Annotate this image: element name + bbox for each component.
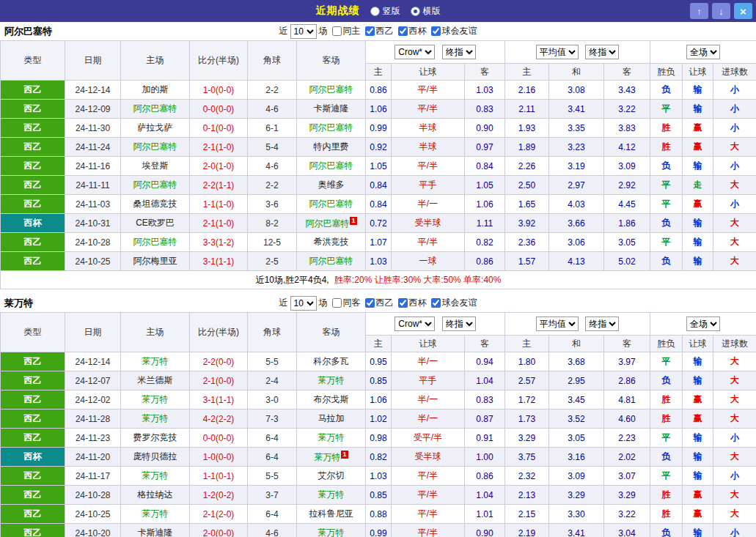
filter-checkbox-league[interactable]: 西乙 (365, 297, 394, 309)
avg-home-cell: 2.32 (505, 467, 549, 486)
same-venue-checkbox[interactable] (332, 298, 342, 308)
handicap-cell: 一球 (392, 252, 465, 271)
avg-home-cell: 1.89 (505, 138, 549, 157)
cup-checkbox[interactable] (398, 298, 408, 308)
score-cell: 2-1(1-0) (190, 214, 248, 233)
home-team-cell: 莱万特 (121, 390, 190, 410)
odds-away-cell: 1.04 (465, 371, 505, 390)
match-row: 西乙24-10-28阿尔巴塞特3-3(1-2)12-5希洪竞技1.07平/半0.… (1, 233, 756, 252)
handicap-cell: 半/一 (392, 390, 465, 410)
result-cell: 平 (650, 176, 683, 195)
league-checkbox[interactable] (365, 26, 375, 36)
corner-cell: 5-4 (248, 138, 297, 157)
avg-away-cell: 3.97 (604, 352, 650, 371)
avg-home-cell: 1.80 (505, 352, 549, 371)
unit-label: 场 (319, 25, 328, 37)
odds-home-cell: 0.82 (366, 448, 392, 467)
handicap-result-cell: 输 (683, 371, 713, 390)
filter-checkbox-cup[interactable]: 西杯 (398, 297, 427, 309)
avg-source-select[interactable]: 平均值 (536, 45, 579, 59)
odds-source-select[interactable]: Crow* (394, 316, 435, 331)
filter-checkbox-cup[interactable]: 西杯 (398, 25, 427, 37)
away-team-cell: 阿尔巴塞特1 (297, 214, 366, 233)
odds-away-cell: 1.01 (465, 505, 505, 524)
corner-cell: 2-2 (248, 81, 297, 100)
filter-checkbox-friendly[interactable]: 球会友谊 (431, 297, 477, 309)
scope-select[interactable]: 全场 (686, 45, 720, 59)
odds-source-select[interactable]: Crow* (394, 45, 435, 59)
friendly-checkbox[interactable] (431, 298, 441, 308)
goals-cell: 大 (713, 352, 756, 371)
goals-cell: 小 (713, 467, 756, 486)
goals-cell: 大 (713, 138, 756, 157)
radio-label: 竖版 (383, 5, 400, 18)
odds-time-select[interactable]: 终指 (442, 45, 476, 59)
filter-checkbox-same-venue[interactable]: 同主 (332, 25, 361, 37)
filter-checkbox-friendly[interactable]: 球会友谊 (431, 25, 477, 37)
radio-icon (370, 7, 380, 16)
home-team-cell: 萨拉戈萨 (121, 119, 190, 138)
close-icon[interactable]: × (734, 3, 752, 19)
league-checkbox[interactable] (365, 298, 375, 308)
move-down-button[interactable]: ↓ (712, 3, 730, 19)
sub-goals-header: 进球数 (713, 336, 756, 352)
layout-radio-vertical[interactable]: 竖版 (370, 5, 400, 18)
col-date-header: 日期 (65, 313, 121, 352)
sub-avg-away-header: 客 (604, 336, 650, 352)
match-row: 西乙24-12-14莱万特2-2(0-0)5-5科尔多瓦0.95半/一0.941… (1, 352, 756, 371)
handicap-cell: 平手 (392, 176, 465, 195)
layout-radio-horizontal[interactable]: 横版 (411, 5, 441, 18)
summary-record: 近10场,胜2平4负4, (256, 275, 329, 285)
date-cell: 24-11-16 (65, 157, 121, 176)
filter-checkbox-same-venue[interactable]: 同客 (332, 297, 361, 309)
move-up-button[interactable]: ↑ (690, 3, 708, 19)
odds-home-cell: 0.85 (366, 486, 392, 505)
odds-time-select[interactable]: 终指 (442, 316, 476, 331)
away-team-cell: 卡斯迪隆 (297, 100, 366, 119)
odds-home-cell: 0.95 (366, 352, 392, 371)
avg-draw-cell: 4.13 (549, 252, 604, 271)
away-team-cell: 阿尔巴塞特 (297, 81, 366, 100)
avg-selects-cell: 平均值 终指 (505, 41, 650, 64)
corner-cell: 4-6 (248, 157, 297, 176)
checkbox-label: 西杯 (409, 297, 427, 309)
match-count-select[interactable]: 10 (290, 24, 317, 39)
odds-away-cell: 0.91 (465, 429, 505, 448)
corner-cell: 5-5 (248, 352, 297, 371)
match-row: 西乙24-11-23费罗尔竞技0-0(0-0)6-4莱万特0.98受平/半0.9… (1, 429, 756, 448)
league-cell: 西杯 (1, 448, 65, 467)
corner-cell: 8-2 (248, 214, 297, 233)
sub-home-header: 主 (366, 336, 392, 352)
goals-cell: 大 (713, 448, 756, 467)
odds-home-cell: 0.99 (366, 119, 392, 138)
filter-checkbox-league[interactable]: 西乙 (365, 25, 394, 37)
result-cell: 负 (650, 448, 683, 467)
friendly-checkbox[interactable] (431, 26, 441, 36)
avg-time-select[interactable]: 终指 (585, 316, 619, 331)
avg-home-cell: 2.57 (505, 371, 549, 390)
result-cell: 平 (650, 100, 683, 119)
near-label: 近 (279, 297, 288, 309)
avg-home-cell: 2.26 (505, 157, 549, 176)
home-team-cell: 阿尔巴塞特 (121, 233, 190, 252)
avg-draw-cell: 4.03 (549, 195, 604, 214)
avg-home-cell: 2.11 (505, 100, 549, 119)
score-cell: 1-2(0-2) (190, 486, 248, 505)
home-team-cell: 阿尔巴塞特 (121, 138, 190, 157)
result-cell: 胜 (650, 410, 683, 429)
checkbox-label: 球会友谊 (442, 25, 477, 37)
match-count-select[interactable]: 10 (290, 296, 317, 311)
avg-source-select[interactable]: 平均值 (536, 316, 579, 331)
cup-checkbox[interactable] (398, 26, 408, 36)
topbar-actions: ↑ ↓ × (690, 3, 752, 19)
topbar: 近期战绩 竖版 横版 ↑ ↓ × (0, 0, 756, 22)
same-venue-checkbox[interactable] (332, 26, 342, 36)
avg-time-select[interactable]: 终指 (585, 45, 619, 59)
away-team-cell: 阿尔巴塞特 (297, 157, 366, 176)
odds-away-cell: 0.83 (465, 100, 505, 119)
score-cell: 1-0(0-0) (190, 81, 248, 100)
score-cell: 1-1(0-1) (190, 467, 248, 486)
odds-home-cell: 0.85 (366, 371, 392, 390)
result-cell: 平 (650, 467, 683, 486)
scope-select[interactable]: 全场 (686, 316, 720, 331)
